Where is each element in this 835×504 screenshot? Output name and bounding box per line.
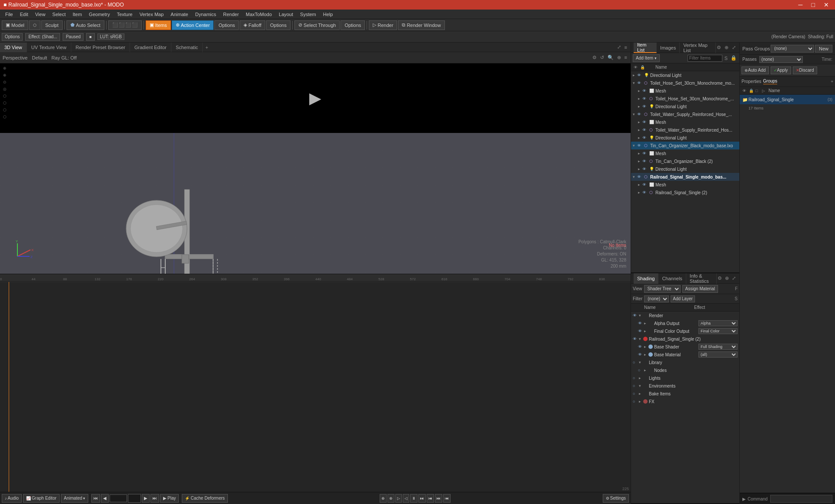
item-expand-13[interactable]: ▾ [633,175,637,179]
vp-header-lock[interactable]: ⊕ [616,55,622,60]
transport-icon1[interactable]: ⊕ [380,494,387,503]
tab-uvtexture[interactable]: UV Texture View [27,43,71,52]
sh-expand-0[interactable]: ▾ [639,313,643,318]
vp-icon-2[interactable]: ⊕ [2,72,8,78]
sh-row-6[interactable]: ○▾Library [631,358,739,366]
groups-plus[interactable]: + [831,79,833,84]
menu-layout[interactable]: Layout [275,11,297,18]
item-vis-13[interactable]: 👁 [637,175,643,179]
item-vis-4[interactable]: 👁 [642,104,648,109]
item-vis-12[interactable]: 👁 [642,167,648,171]
item-row-10[interactable]: ▸👁⬜Mesh [631,149,739,157]
filter-select[interactable]: (none) [644,295,669,302]
apply-btn[interactable]: ✓ Apply [771,66,791,74]
vp-settings[interactable]: ≡ [624,45,628,50]
vp-icon-5[interactable]: ⬡ [2,93,8,99]
item-expand-4[interactable]: ▸ [638,104,642,109]
vp-maximize[interactable]: ⤢ [616,44,622,50]
sh-vis-11[interactable]: ○ [633,399,639,404]
passes-select[interactable]: (none) [759,56,803,63]
item-expand-8[interactable]: ▸ [638,136,642,140]
add-item-btn[interactable]: Add Item ▾ [633,54,660,62]
transport-icon2[interactable]: ⊕ [387,494,394,503]
vp-header-settings1[interactable]: ⚙ [591,55,598,60]
item-vis-6[interactable]: 👁 [642,120,648,124]
menu-view[interactable]: View [32,11,49,18]
sh-expand-5[interactable]: ▸ [644,352,648,357]
menu-system[interactable]: System [297,11,320,18]
item-row-12[interactable]: ▸👁💡Directional Light [631,165,739,173]
tab-itemlist[interactable]: Item List [634,43,657,53]
shading-icon2[interactable]: ⊕ [724,275,730,281]
item-vis-3[interactable]: 👁 [642,96,648,101]
play-btn[interactable]: ▶ Play [160,494,179,503]
vp-raygl[interactable]: Ray GL: Off [51,55,77,60]
sh-effect-select-4[interactable]: Full Shading [698,344,738,350]
tab-vertexmaplist[interactable]: Vertex Map List [680,43,716,53]
item-expand-15[interactable]: ▸ [638,190,642,195]
vp-default[interactable]: Default [32,55,47,60]
timeline-track[interactable]: 225 [0,282,631,492]
tab-images[interactable]: Images [657,43,680,53]
transport-icon4[interactable]: ◁ [403,494,409,503]
timeline-ruler[interactable]: 0448813217622026430835239644048452857261… [0,274,631,282]
sh-row-11[interactable]: ○▸FX [631,398,739,405]
vp-header-settings2[interactable]: ↺ [599,55,605,60]
item-expand-3[interactable]: ▸ [638,96,642,101]
sh-vis-6[interactable]: ○ [633,360,639,365]
sh-row-9[interactable]: ○▾Environments [631,382,739,390]
menu-maxtomodo[interactable]: MaxToModo [242,11,275,18]
options-btn[interactable]: Options [2,33,23,41]
sh-row-3[interactable]: 👁▾Railroad_Signal_Single (2) [631,335,739,343]
tab-info-stats[interactable]: Info & Statistics [686,273,717,284]
transport-icon8[interactable]: ⏭ [435,494,442,503]
menu-file[interactable]: File [2,11,17,18]
menu-edit[interactable]: Edit [17,11,32,18]
action-center-btn[interactable]: ⊕ Action Center [172,20,214,30]
transport-icon6[interactable]: ⏭ [418,494,426,503]
gc-lock-icon[interactable]: 🔒 [749,89,754,93]
assign-material-btn[interactable]: Assign Material [682,285,718,293]
play-overlay[interactable]: ▶ [302,85,328,111]
item-row-5[interactable]: ▾👁⬡Toilet_Water_Supply_Reinforced_Hose_.… [631,110,739,118]
vp-header-more[interactable]: ≡ [624,55,628,60]
go-end-btn[interactable]: ⏭ [150,494,159,503]
menu-texture[interactable]: Texture [114,11,136,18]
item-list-scroll[interactable]: ▸👁💡Directional Light▾👁⬡Toilet_Hose_Set_3… [631,71,739,272]
transport-icon3[interactable]: ▷ [395,494,402,503]
sh-expand-4[interactable]: ▸ [644,345,648,349]
menu-help[interactable]: Help [320,11,337,18]
prev-frame-btn[interactable]: ◀ [101,494,109,503]
menu-item[interactable]: Item [69,11,85,18]
minimize-button[interactable]: ─ [796,1,805,8]
viewport-3d[interactable]: ▶ [0,63,631,274]
sh-expand-9[interactable]: ▾ [639,384,643,388]
settings-btn[interactable]: ⚙ Settings [603,494,629,503]
shading-icon1[interactable]: ⚙ [717,275,723,281]
sh-vis-4[interactable]: 👁 [638,345,644,349]
menu-select[interactable]: Select [49,11,69,18]
menu-vertexmap[interactable]: Vertex Map [136,11,167,18]
animated-btn[interactable]: Animated ▾ [61,494,88,503]
sh-expand-3[interactable]: ▾ [639,337,643,341]
frame-input[interactable]: 0 [110,494,127,502]
item-list-icon1[interactable]: ⚙ [716,45,722,50]
item-expand-10[interactable]: ▸ [638,151,642,156]
vp-header-search[interactable]: 🔍 [607,55,615,60]
sh-effect-select-2[interactable]: Final Color [698,328,738,334]
groups-tab[interactable]: Groups [763,79,778,84]
sh-row-8[interactable]: ○▸Lights [631,374,739,382]
sh-vis-7[interactable]: ○ [638,368,644,372]
toolbar-icons[interactable]: ⬛⬛⬛⬛ [108,20,142,30]
options3-btn[interactable]: Options [341,20,365,30]
falloff-btn[interactable]: ◈ Falloff [240,20,265,30]
col-icon-lock[interactable]: 🔒 [639,65,646,70]
select-through-btn[interactable]: ⊘ Select Through [294,20,340,30]
vp-icon-6[interactable]: ⬡ [2,100,8,106]
item-row-1[interactable]: ▾👁⬡Toilet_Hose_Set_30cm_Monochrome_mo... [631,79,739,87]
item-expand-11[interactable]: ▸ [638,159,642,163]
filter-s-icon[interactable]: S [724,56,728,61]
item-row-7[interactable]: ▸👁⬡Toilet_Water_Supply_Reinforced_Hos... [631,126,739,134]
audio-btn[interactable]: ♪ Audio [2,494,22,503]
auto-add-btn[interactable]: ⊕ Auto Add [741,66,769,74]
